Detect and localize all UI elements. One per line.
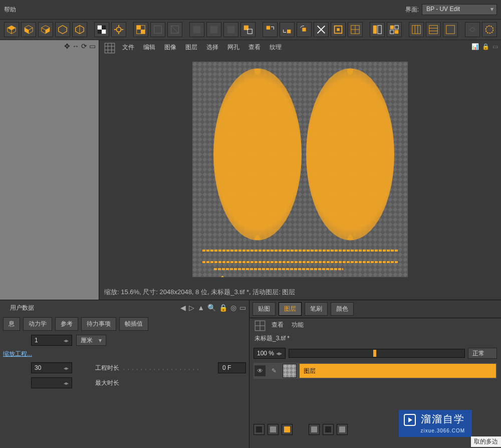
zoom-icon[interactable]: ↔ (72, 42, 79, 50)
misc-2-icon[interactable] (426, 22, 441, 37)
layers-submenu-func[interactable]: 功能 (292, 321, 304, 329)
uv-disabled-2-icon[interactable] (167, 22, 182, 37)
sel-shrink-icon[interactable] (280, 22, 295, 37)
uv-close-icon[interactable]: ▭ (492, 43, 498, 50)
poly-mode-icon[interactable] (55, 22, 70, 37)
layer-visibility-icon[interactable]: 👁 (255, 365, 266, 376)
uv-menu-view[interactable]: 查看 (248, 43, 261, 52)
uv-tool-d-icon[interactable] (240, 22, 256, 37)
zoom-value[interactable]: 100 % ◂▸ (254, 348, 286, 359)
prev-icon[interactable]: ◀ (180, 304, 186, 312)
uv-menu-layer[interactable]: 图层 (185, 43, 197, 52)
tab-layers[interactable]: 图层 (279, 302, 302, 316)
rotate-icon[interactable]: ⟳ (81, 42, 87, 50)
attr-value-1[interactable]: 1 ◂▸ (31, 335, 72, 346)
layout-dropdown[interactable]: BP - UV Edit (422, 4, 497, 15)
snap-gear-icon[interactable] (111, 22, 126, 37)
uv-info-icon[interactable]: 📊 (471, 43, 479, 50)
uv-lock-icon[interactable]: 🔒 (482, 43, 489, 50)
layer-brush-icon[interactable]: ✎ (269, 365, 280, 376)
stepper-icon-2[interactable]: ◂▸ (64, 365, 69, 371)
group-layer-icon[interactable] (337, 424, 348, 435)
maximize-icon[interactable]: ▭ (89, 42, 96, 50)
uv-menu-texture[interactable]: 纹理 (270, 43, 282, 52)
attr-tab-dynamics[interactable]: 动力学 (23, 317, 52, 331)
zoom-slider-handle[interactable] (373, 350, 376, 357)
layers-grid-icon[interactable] (255, 320, 264, 329)
search-icon[interactable]: 🔍 (207, 304, 216, 312)
misc-1-icon[interactable] (409, 22, 424, 37)
tab-brush[interactable]: 笔刷 (305, 302, 328, 316)
next-icon[interactable]: ▷ (189, 304, 194, 312)
uv-disabled-1-icon[interactable] (150, 22, 165, 37)
del-layer-icon[interactable] (282, 424, 293, 435)
uv-menu-mesh[interactable]: 网孔 (227, 43, 239, 52)
stepper-icon[interactable]: ◂▸ (64, 338, 69, 343)
up-icon[interactable]: ▲ (197, 304, 204, 312)
sel-cross-icon[interactable] (314, 22, 329, 37)
texture-mode-icon[interactable] (72, 22, 87, 37)
perspective-viewport[interactable]: ✥ ↔ ⟳ ▭ (0, 40, 99, 300)
zoom-slider[interactable] (289, 349, 465, 358)
uv-menu-select[interactable]: 选择 (206, 43, 218, 52)
attr-tab-info[interactable]: 息 (3, 317, 20, 331)
sel-all-icon[interactable] (348, 22, 363, 37)
attr-out-2[interactable]: 0 F (218, 362, 246, 373)
sel-rotate-icon[interactable] (297, 22, 312, 37)
zoom-value-text: 100 % (257, 350, 274, 357)
tab-texture[interactable]: 贴图 (253, 302, 276, 316)
uv-tool-c-icon[interactable] (223, 22, 238, 37)
attr-unit-1[interactable]: 厘米 (76, 335, 106, 346)
uv-checker-icon[interactable] (133, 22, 148, 37)
uv-menu-file[interactable]: 文件 (122, 43, 134, 52)
mask-layer-icon[interactable] (309, 424, 320, 435)
uv-menubar: 文件 编辑 图像 图层 选择 网孔 查看 纹理 📊 🔒 ▭ (99, 40, 501, 54)
dup-layer-icon[interactable] (268, 424, 279, 435)
layers-submenu: 查看 功能 (249, 318, 501, 331)
sel-grow-icon[interactable] (263, 22, 278, 37)
svg-rect-54 (446, 26, 455, 34)
uv-tool-a-icon[interactable] (189, 22, 204, 37)
menu-help[interactable]: 帮助 (4, 6, 16, 14)
attr-header-item-2[interactable]: 用户数据 (10, 304, 34, 312)
attr-tab-tasks[interactable]: 待力事项 (81, 317, 116, 331)
new-layer-icon[interactable] (254, 424, 265, 435)
snap-checker-icon[interactable] (94, 22, 109, 37)
layout-split-icon[interactable] (370, 22, 385, 37)
uv-canvas[interactable] (192, 62, 408, 277)
sel-frame-icon[interactable] (331, 22, 346, 37)
lock-icon[interactable]: 🔒 (219, 304, 227, 312)
svg-rect-23 (141, 30, 145, 34)
layer-name-label[interactable]: 图层 (300, 364, 496, 378)
uv-grid-icon[interactable] (104, 43, 113, 52)
model-mode-icon[interactable] (4, 22, 19, 37)
uv-menu-image[interactable]: 图像 (164, 43, 176, 52)
stepper-icon-3[interactable]: ◂▸ (64, 380, 69, 386)
layout-quad-icon[interactable] (387, 22, 402, 37)
target-icon[interactable]: ◎ (230, 304, 236, 312)
menu-icon[interactable]: ▭ (239, 304, 246, 312)
fx-layer-icon[interactable] (323, 424, 334, 435)
point-mode-icon[interactable] (21, 22, 36, 37)
attr-row-3: ◂▸ 最大时长 (0, 375, 249, 390)
attr-value-2[interactable]: 30 ◂▸ (31, 362, 72, 373)
uv-tool-group-2 (189, 22, 256, 37)
end-ring-icon[interactable] (482, 22, 497, 37)
layer-row[interactable]: 👁 ✎ 图层 (254, 363, 497, 379)
uv-menu-edit[interactable]: 编辑 (143, 43, 155, 52)
uv-tool-b-icon[interactable] (206, 22, 221, 37)
attr-value-3[interactable]: ◂▸ (31, 377, 72, 388)
attr-tab-interp[interactable]: 帧插值 (119, 317, 148, 331)
layers-submenu-view[interactable]: 查看 (272, 321, 284, 329)
blend-mode[interactable]: 正常 (468, 348, 497, 359)
tab-color[interactable]: 颜色 (331, 302, 354, 316)
edge-mode-icon[interactable] (38, 22, 53, 37)
attr-tab-refs[interactable]: 参考 (55, 317, 78, 331)
move-icon[interactable]: ✥ (64, 42, 70, 50)
watermark-badge: 溜溜自学 zixue.3066.COM (399, 410, 472, 437)
scale-project-link[interactable]: 缩放工程... (0, 348, 249, 360)
layout-picker: 界面: BP - UV Edit (405, 4, 497, 15)
uv-editor-panel: 文件 编辑 图像 图层 选择 网孔 查看 纹理 📊 🔒 ▭ (99, 40, 501, 300)
misc-3-icon[interactable] (443, 22, 458, 37)
end-1-icon[interactable] (465, 22, 480, 37)
